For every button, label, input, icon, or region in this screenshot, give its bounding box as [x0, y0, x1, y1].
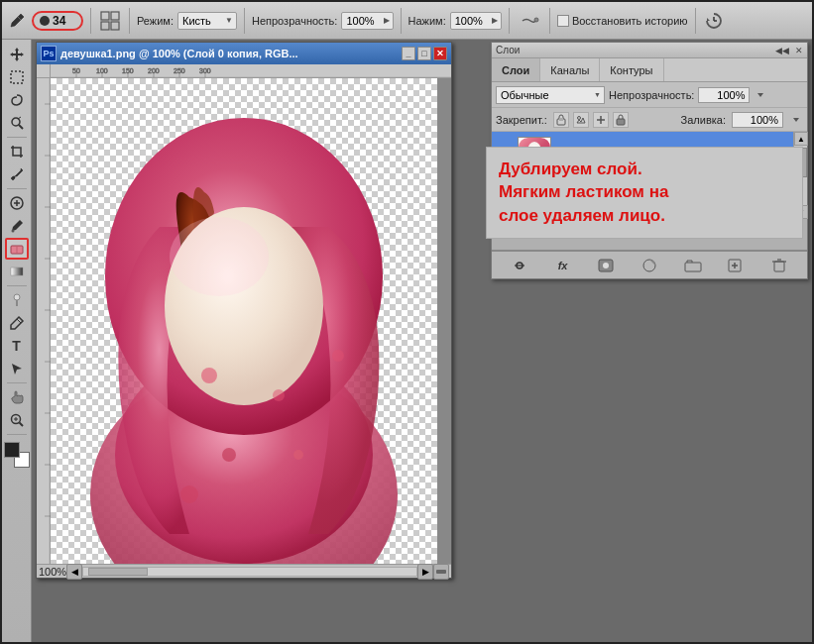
- layers-adjustment-btn[interactable]: [639, 256, 660, 275]
- ps-icon: Ps: [41, 46, 57, 61]
- tool-pathselect[interactable]: [5, 358, 29, 379]
- ruler-vertical: 50 100 150 200 250 300: [37, 78, 51, 564]
- svg-rect-67: [436, 570, 446, 574]
- tool-sep-3: [7, 285, 27, 286]
- svg-point-10: [12, 118, 20, 126]
- layers-bottom-toolbar: fx: [492, 251, 807, 278]
- tool-sep-1: [7, 137, 27, 138]
- svg-point-66: [170, 217, 269, 296]
- tool-pen[interactable]: [5, 312, 29, 334]
- layers-delete-btn[interactable]: [768, 256, 790, 275]
- blend-mode-dropdown[interactable]: Обычные: [496, 86, 605, 104]
- annotation-text: Дублируем слой.Мягким ластиком наслое уд…: [499, 158, 790, 228]
- fg-bg-colors[interactable]: [4, 442, 30, 468]
- win-close-btn[interactable]: ✕: [433, 47, 447, 60]
- layers-new-btn[interactable]: [725, 256, 747, 275]
- blend-mode-row: Обычные Непрозрачность: 100%: [492, 82, 807, 108]
- tool-sep-2: [7, 188, 27, 189]
- tab-layers[interactable]: Слои: [492, 58, 540, 81]
- toolbar-sep-1: [90, 8, 91, 34]
- ruler-corner: [37, 64, 51, 78]
- lock-position-btn[interactable]: [593, 112, 609, 128]
- tool-lasso[interactable]: [5, 89, 29, 111]
- tool-crop[interactable]: [5, 141, 29, 162]
- brush-options-icon[interactable]: [98, 9, 122, 33]
- lock-all-btn[interactable]: [613, 112, 629, 128]
- tool-text[interactable]: T: [5, 335, 29, 357]
- svg-text:100: 100: [96, 67, 108, 74]
- airbrush-icon[interactable]: [517, 10, 542, 32]
- h-scrollbar-track[interactable]: [82, 567, 417, 577]
- tool-eraser[interactable]: [5, 238, 29, 260]
- layers-group-btn[interactable]: [682, 256, 704, 275]
- tool-move[interactable]: [5, 44, 29, 65]
- svg-rect-74: [617, 119, 625, 125]
- opacity-label: Непрозрачность:: [252, 15, 337, 27]
- tool-sep-5: [7, 434, 27, 435]
- layers-titlebar: Слои ◀◀ ✕: [492, 43, 807, 58]
- ruler-row: 50 100 150 200 250 300: [37, 64, 451, 78]
- history-brush-icon[interactable]: [703, 10, 725, 32]
- toolbar-sep-2: [129, 8, 130, 34]
- svg-line-11: [19, 125, 23, 129]
- win-minimize-btn[interactable]: _: [402, 47, 415, 60]
- layers-link-btn[interactable]: [509, 256, 530, 275]
- pressure-value-box[interactable]: 100%: [450, 12, 502, 30]
- brush-size-value: 34: [53, 14, 65, 28]
- tool-healing[interactable]: [5, 192, 29, 214]
- opacity-value-box[interactable]: 100%: [341, 12, 393, 30]
- doc-title: девушка1.png @ 100% (Слой 0 копия, RGB..…: [60, 48, 298, 59]
- svg-line-22: [17, 319, 21, 323]
- lock-icons: [553, 112, 629, 128]
- svg-rect-4: [111, 22, 119, 30]
- opacity-row-label: Непрозрачность:: [609, 89, 694, 101]
- canvas-flip-btn[interactable]: [433, 564, 449, 580]
- restore-history-checkbox[interactable]: [557, 15, 569, 27]
- tool-eyedropper[interactable]: [5, 163, 29, 185]
- tool-hand[interactable]: [5, 386, 29, 408]
- svg-rect-19: [11, 268, 23, 275]
- svg-rect-2: [111, 12, 119, 20]
- tab-channels[interactable]: Каналы: [540, 58, 600, 81]
- scroll-right-btn[interactable]: ▶: [417, 564, 433, 580]
- lock-transparent-btn[interactable]: [553, 112, 569, 128]
- brush-size-dot: [40, 16, 50, 26]
- svg-point-65: [332, 350, 344, 362]
- layers-scroll-up[interactable]: ▲: [794, 132, 808, 146]
- mode-dropdown[interactable]: Кисть: [177, 12, 237, 30]
- tool-zoom[interactable]: [5, 409, 29, 431]
- lock-image-btn[interactable]: [573, 112, 589, 128]
- tab-contours[interactable]: Контуры: [600, 58, 663, 81]
- tool-dodge[interactable]: [5, 289, 29, 311]
- restore-history-area: Восстановить историю: [557, 15, 688, 27]
- svg-text:300: 300: [199, 67, 211, 74]
- win-maximize-btn[interactable]: □: [417, 47, 431, 60]
- tool-quickselect[interactable]: [5, 112, 29, 134]
- brush-size-box[interactable]: 34: [32, 11, 83, 31]
- main-area: T: [2, 40, 812, 642]
- layers-win-arrow-left[interactable]: ◀◀: [775, 46, 789, 55]
- svg-line-24: [19, 423, 23, 427]
- fill-arrow[interactable]: [789, 115, 803, 125]
- h-scrollbar-thumb: [88, 568, 148, 576]
- toolbar-sep-5: [509, 8, 510, 34]
- svg-rect-88: [774, 262, 784, 271]
- layers-panel-title: Слои: [496, 45, 520, 55]
- svg-point-61: [273, 389, 285, 401]
- tool-brush[interactable]: [5, 215, 29, 237]
- svg-point-60: [201, 368, 217, 383]
- doc-win-buttons: _ □ ✕: [402, 47, 447, 60]
- layers-win-close[interactable]: ✕: [795, 46, 803, 55]
- layers-fx-btn[interactable]: fx: [552, 256, 574, 275]
- tool-gradient[interactable]: [5, 261, 29, 282]
- opacity-input[interactable]: 100%: [698, 87, 750, 103]
- svg-marker-75: [793, 118, 799, 122]
- app-frame: 34 Режим: Кисть Непрозрачность: 100% Наж…: [0, 0, 814, 644]
- annotation-area: Дублируем слой.Мягким ластиком наслое уд…: [486, 147, 803, 239]
- opacity-arrow[interactable]: [754, 90, 767, 100]
- svg-rect-84: [685, 263, 701, 271]
- tool-marquee[interactable]: [5, 66, 29, 88]
- scroll-left-btn[interactable]: ◀: [66, 564, 82, 580]
- fill-input[interactable]: 100%: [732, 112, 783, 128]
- layers-mask-btn[interactable]: [595, 256, 617, 275]
